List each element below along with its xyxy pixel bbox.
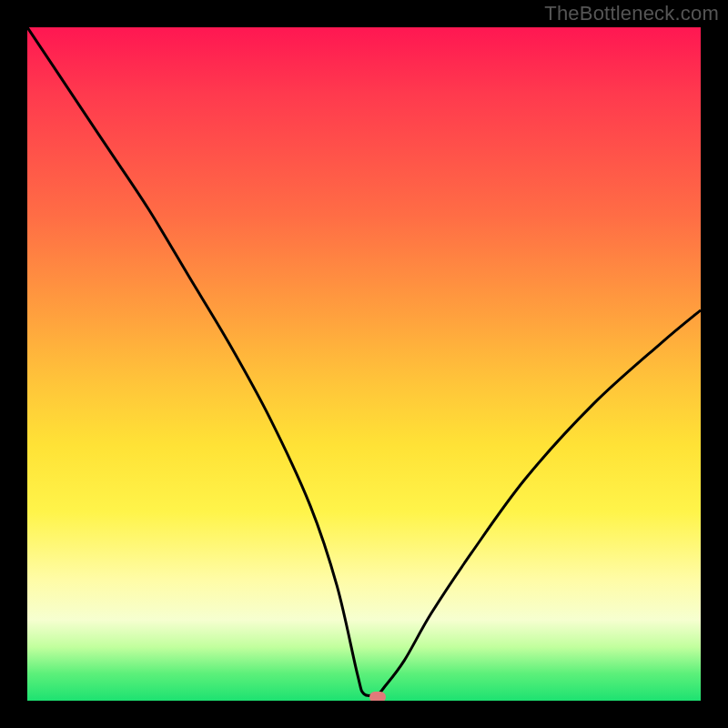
watermark-text: TheBottleneck.com: [544, 2, 719, 25]
bottleneck-curve: [27, 27, 701, 701]
optimal-marker: [369, 692, 386, 701]
curve-path: [27, 27, 701, 696]
plot-area: [27, 27, 701, 701]
chart-container: TheBottleneck.com: [0, 0, 728, 728]
